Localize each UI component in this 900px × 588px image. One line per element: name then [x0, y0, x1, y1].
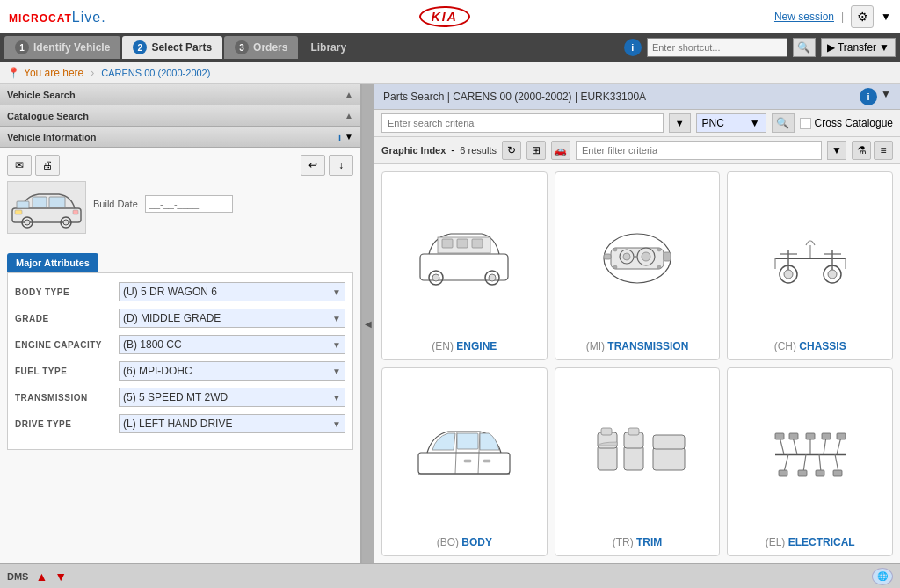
svg-rect-27 [664, 252, 671, 261]
left-panel: Vehicle Search ▲ Catalogue Search ▲ Vehi… [0, 84, 362, 563]
dms-down-icon[interactable]: ▼ [54, 570, 67, 584]
breadcrumb-vehicle[interactable]: CARENS 00 (2000-2002) [101, 68, 210, 78]
cross-catalogue-checkbox[interactable] [800, 118, 811, 129]
pnc-dropdown[interactable]: PNC ▼ [696, 113, 766, 133]
gi-filter-dropdown[interactable]: ▼ [827, 141, 846, 160]
panel-divider[interactable]: ◀ [362, 84, 374, 563]
part-card-trim[interactable]: (TR) TRIM [555, 367, 721, 556]
vehicle-info-icon[interactable]: i [338, 132, 341, 142]
svg-rect-6 [33, 197, 47, 207]
you-are-here-label: You are here [24, 67, 83, 79]
right-panel: Parts Search | CARENS 00 (2000-2002) | E… [374, 84, 900, 563]
vehicle-search-title: Vehicle Search [7, 90, 76, 100]
tab-identify-vehicle[interactable]: 1 Identify Vehicle [4, 36, 120, 59]
cross-catalogue-option[interactable]: Cross Catalogue [800, 117, 893, 129]
attr-select-0[interactable]: (U) 5 DR WAGON 6 ▼ [119, 282, 345, 301]
svg-line-65 [784, 454, 788, 472]
attr-select-1[interactable]: (D) MIDDLE GRADE ▼ [119, 309, 345, 328]
gi-filter-input[interactable] [576, 141, 822, 160]
part-card-engine[interactable]: (EN) ENGINE [381, 171, 548, 360]
svg-rect-7 [49, 197, 65, 207]
gi-refresh-button[interactable]: ↻ [502, 141, 521, 160]
attr-row-transmission: TRANSMISSION (5) 5 SPEED MT 2WD ▼ [15, 388, 345, 407]
svg-rect-5 [17, 201, 29, 208]
svg-point-22 [623, 253, 630, 260]
kia-logo-container: KIA [115, 6, 774, 27]
gi-count: 6 results [460, 145, 497, 156]
svg-rect-26 [604, 254, 611, 259]
world-icon[interactable]: 🌐 [872, 568, 893, 585]
svg-rect-72 [822, 433, 831, 439]
svg-rect-56 [653, 435, 685, 449]
shortcut-input[interactable] [647, 38, 788, 57]
vehicle-info-content: ✉ 🖨 ↩ ↓ [0, 148, 360, 248]
svg-rect-9 [73, 210, 78, 214]
gi-car-button[interactable]: 🚗 [551, 141, 570, 160]
info-button[interactable]: i [624, 39, 642, 56]
new-session-link[interactable]: New session [774, 11, 834, 23]
settings-dropdown-arrow[interactable]: ▼ [881, 11, 891, 23]
svg-rect-75 [798, 470, 807, 476]
tabbar-right: i 🔍 ▶ Transfer ▼ [624, 38, 896, 57]
parts-header-dropdown[interactable]: ▼ [881, 88, 891, 105]
gi-list-button[interactable]: ≡ [874, 141, 893, 160]
transfer-label: Transfer [838, 41, 876, 54]
parts-info-button[interactable]: i [860, 88, 877, 105]
gi-grid-button[interactable]: ⊞ [526, 141, 546, 160]
svg-rect-47 [457, 433, 478, 449]
parts-search-input[interactable] [381, 113, 664, 133]
svg-rect-53 [624, 446, 643, 470]
vehicle-search-header[interactable]: Vehicle Search ▲ [0, 84, 360, 105]
vehicle-info-header[interactable]: Vehicle Information i ▼ [0, 127, 360, 148]
major-attributes-tab[interactable]: Major Attributes [7, 253, 98, 272]
attr-select-3[interactable]: (6) MPI-DOHC ▼ [119, 361, 345, 381]
header-right: New session | ⚙ ▼ [774, 5, 891, 28]
save-button[interactable]: ↓ [329, 155, 353, 176]
part-card-chassis[interactable]: (CH) CHASSIS [727, 171, 893, 360]
tab-orders[interactable]: 3 Orders [224, 36, 298, 59]
attr-value-2: (B) 1800 CC [123, 338, 182, 351]
print-button[interactable]: 🖨 [35, 155, 60, 176]
email-button[interactable]: ✉ [7, 155, 32, 176]
svg-point-2 [25, 220, 30, 225]
vehicle-info-dropdown[interactable]: ▼ [345, 132, 353, 142]
svg-rect-48 [464, 460, 471, 462]
part-card-transmission[interactable]: (MI) TRANSMISSION [555, 171, 721, 360]
attr-arrow-1: ▼ [332, 314, 341, 323]
logo-microcat: MICROCAT [9, 12, 72, 25]
svg-point-29 [657, 248, 661, 251]
transfer-button[interactable]: ▶ Transfer ▼ [821, 38, 896, 57]
attr-value-4: (5) 5 SPEED MT 2WD [123, 391, 228, 403]
attr-select-2[interactable]: (B) 1800 CC ▼ [119, 335, 345, 354]
dms-up-icon[interactable]: ▲ [35, 570, 47, 584]
svg-line-68 [835, 454, 838, 472]
parts-header-icons: i ▼ [860, 88, 891, 105]
tab-label-1: Identify Vehicle [33, 41, 110, 54]
transmission-svg [584, 223, 690, 294]
transfer-dropdown-icon: ▼ [879, 41, 889, 54]
kia-text: KIA [432, 10, 458, 24]
search-go-button[interactable]: 🔍 [772, 113, 795, 133]
tab-library[interactable]: Library [300, 36, 357, 59]
dms-label: DMS [7, 571, 28, 582]
chassis-svg [758, 223, 863, 294]
attr-select-4[interactable]: (5) 5 SPEED MT 2WD ▼ [119, 388, 345, 407]
part-card-electrical[interactable]: (EL) ELECTRICAL [727, 367, 893, 556]
catalogue-search-title: Catalogue Search [7, 111, 89, 121]
svg-rect-12 [442, 239, 453, 248]
tab-select-parts[interactable]: 2 Select Parts [122, 36, 222, 59]
build-date-input[interactable] [145, 195, 233, 213]
svg-point-4 [63, 220, 69, 225]
catalogue-search-header[interactable]: Catalogue Search ▲ [0, 105, 360, 127]
vehicle-info-title: Vehicle Information [7, 132, 96, 142]
part-card-body[interactable]: (BO) BODY [381, 367, 548, 556]
gi-options-button[interactable]: ⚗ [852, 141, 871, 160]
settings-button[interactable]: ⚙ [851, 5, 874, 28]
search-dropdown-button[interactable]: ▼ [669, 113, 691, 133]
attr-select-5[interactable]: (L) LEFT HAND DRIVE ▼ [119, 414, 345, 433]
vehicle-search-chevron: ▲ [345, 90, 353, 99]
svg-rect-76 [816, 470, 824, 476]
shortcut-search-button[interactable]: 🔍 [793, 38, 816, 57]
undo-button[interactable]: ↩ [301, 155, 325, 176]
attr-arrow-2: ▼ [332, 340, 341, 350]
